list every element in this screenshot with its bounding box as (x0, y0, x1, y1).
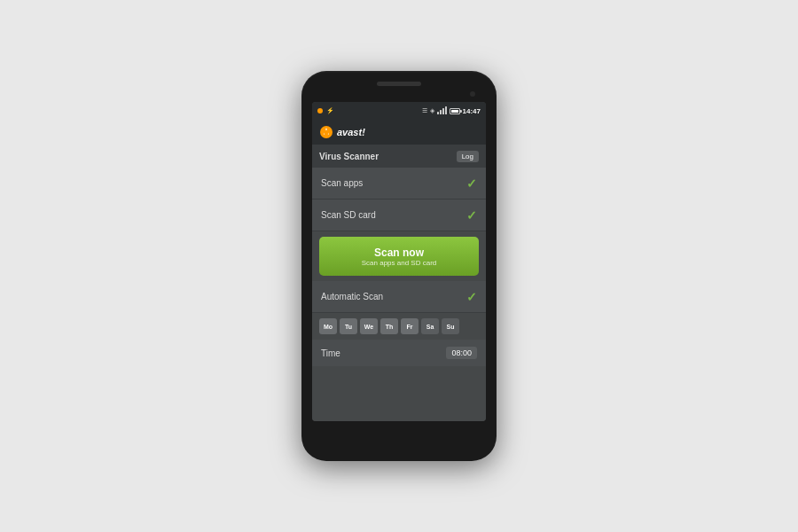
avast-svg-icon (319, 125, 333, 139)
scan-now-label: Scan now (374, 246, 424, 259)
sim-icon: ☰ (422, 107, 427, 114)
scan-sd-label: Scan SD card (321, 210, 376, 220)
scan-now-button[interactable]: Scan now Scan apps and SD card (319, 237, 479, 276)
time-label: Time (321, 348, 340, 358)
scan-now-subtitle: Scan apps and SD card (362, 259, 437, 267)
status-left: ⚡ (317, 107, 334, 114)
phone-speaker (377, 82, 421, 86)
notification-dot (317, 108, 323, 113)
phone-camera (470, 91, 475, 97)
day-picker: MoTuWeThFrSaSu (312, 313, 486, 340)
scan-apps-check-icon: ✓ (466, 176, 477, 191)
day-button-tu[interactable]: Tu (340, 318, 357, 334)
avast-brand-text: avast! (337, 127, 365, 137)
section-header: Virus Scanner Log (312, 145, 486, 168)
phone-screen: ⚡ ☰ ◈ 14:47 (312, 102, 486, 421)
scan-sd-check-icon: ✓ (466, 208, 477, 223)
app-content: Virus Scanner Log Scan apps ✓ Scan SD ca… (312, 145, 486, 421)
status-bar: ⚡ ☰ ◈ 14:47 (312, 102, 486, 120)
log-button[interactable]: Log (457, 151, 479, 162)
signal-bar-4 (445, 106, 447, 114)
signal-bars (437, 107, 447, 114)
signal-bar-2 (440, 110, 442, 114)
status-time: 14:47 (463, 107, 481, 115)
app-header: avast! (312, 120, 486, 145)
status-right: ☰ ◈ 14:47 (422, 107, 481, 115)
section-title: Virus Scanner (319, 152, 379, 161)
signal-bar-3 (442, 108, 444, 114)
time-row: Time 08:00 (312, 340, 486, 366)
day-button-su[interactable]: Su (442, 318, 459, 334)
avast-logo: avast! (319, 125, 365, 139)
day-button-mo[interactable]: Mo (319, 318, 337, 334)
wifi-icon: ◈ (430, 107, 434, 114)
scan-apps-label: Scan apps (321, 178, 363, 188)
time-value[interactable]: 08:00 (446, 347, 477, 359)
auto-scan-check-icon: ✓ (466, 290, 477, 304)
battery-icon (450, 108, 460, 114)
signal-bar-1 (437, 112, 439, 114)
day-button-sa[interactable]: Sa (421, 318, 439, 334)
usb-icon: ⚡ (326, 107, 334, 114)
auto-scan-item[interactable]: Automatic Scan ✓ (312, 281, 486, 313)
day-button-we[interactable]: We (360, 318, 378, 334)
auto-scan-label: Automatic Scan (321, 292, 383, 301)
phone-device: ⚡ ☰ ◈ 14:47 (301, 71, 497, 461)
scan-sd-item[interactable]: Scan SD card ✓ (312, 200, 486, 231)
day-button-th[interactable]: Th (380, 318, 398, 334)
scan-apps-item[interactable]: Scan apps ✓ (312, 168, 486, 200)
svg-point-2 (325, 130, 329, 135)
battery-fill (451, 110, 458, 113)
day-button-fr[interactable]: Fr (401, 318, 419, 334)
